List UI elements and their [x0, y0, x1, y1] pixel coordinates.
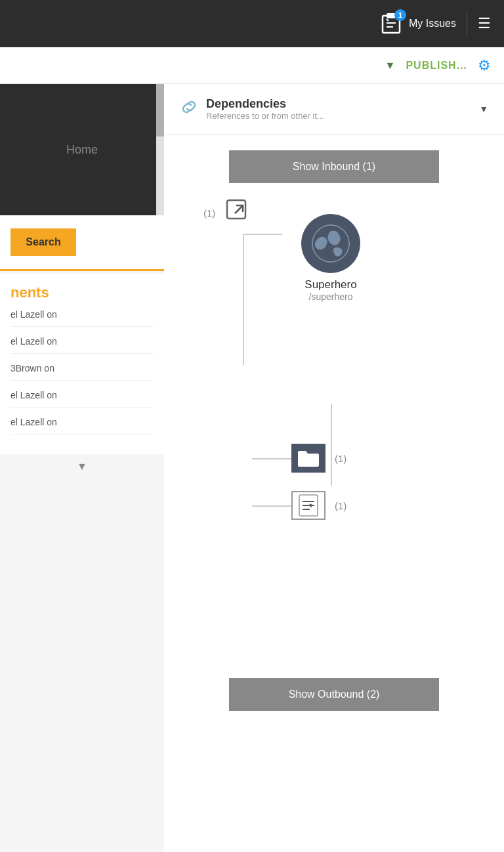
home-section: Home [0, 84, 164, 215]
list-item: el Lazell on [10, 390, 154, 408]
scrollbar-track [156, 84, 164, 215]
right-panel: Dependencies References to or from other… [164, 84, 504, 852]
show-outbound-button[interactable]: Show Outbound (2) [229, 678, 439, 711]
header-divider [467, 11, 467, 37]
folder-child-count: (1) [335, 453, 346, 464]
home-label: Home [66, 143, 98, 157]
child-doc-node: (1) [291, 491, 488, 520]
list-item: el Lazell on [10, 417, 154, 435]
my-issues-section: 1 My Issues [380, 12, 456, 35]
tree-v-line-3 [331, 440, 332, 486]
document-icon [291, 491, 326, 520]
list-item: 3Brown on [10, 363, 154, 381]
publish-label[interactable]: PUBLISH... [406, 60, 467, 72]
dependencies-subtitle: References to or from other it... [206, 111, 471, 121]
search-section: Search [0, 215, 164, 271]
tree-diagram: (1) [164, 199, 504, 658]
comments-section: nents el Lazell on el Lazell on 3Brown o… [0, 274, 164, 454]
comment-author: el Lazell on [10, 309, 57, 320]
dependencies-header: Dependencies References to or from other… [164, 84, 504, 135]
tree-v-line-1 [243, 234, 244, 365]
list-item: el Lazell on [10, 336, 154, 354]
children-section: (1) (1) [291, 444, 488, 520]
list-item: el Lazell on [10, 309, 154, 327]
scrollbar-thumb[interactable] [156, 84, 164, 137]
search-button[interactable]: Search [10, 228, 76, 256]
chain-link-icon [180, 98, 198, 116]
export-icon [226, 199, 249, 227]
comment-author: el Lazell on [10, 417, 57, 427]
publish-bar: ▼ PUBLISH... ⚙ [0, 47, 504, 84]
dependencies-title-block: Dependencies References to or from other… [206, 97, 471, 121]
doc-child-count: (1) [335, 500, 346, 511]
gear-icon[interactable]: ⚙ [478, 57, 491, 74]
issues-badge: 1 [394, 9, 406, 21]
link-icon [180, 98, 198, 120]
comment-author: el Lazell on [10, 336, 57, 347]
tree-h-line-1 [243, 234, 282, 235]
left-sidebar: Home Search nents el Lazell on el Lazell… [0, 84, 164, 852]
dependencies-collapse-icon[interactable]: ▼ [479, 104, 488, 114]
outbound-count-label: (1) [203, 207, 215, 219]
tree-h-line-doc [252, 505, 291, 507]
my-issues-label: My Issues [409, 18, 456, 30]
superhero-name-label: Superhero [304, 278, 356, 291]
header-bar: 1 My Issues ☰ [0, 0, 504, 47]
comment-author: 3Brown on [10, 363, 54, 373]
comments-title: nents [10, 284, 154, 301]
tree-h-line-folder [252, 458, 291, 459]
tree-lines-section: Superhero /superhero [180, 234, 488, 404]
folder-icon [291, 444, 326, 473]
superhero-node: Superhero /superhero [301, 214, 360, 302]
issues-icon-wrapper: 1 [380, 12, 404, 35]
svg-line-5 [235, 205, 243, 213]
comment-author: el Lazell on [10, 390, 57, 400]
scroll-down-arrow[interactable]: ▼ [0, 454, 164, 479]
child-folder-node: (1) [291, 444, 488, 473]
hamburger-icon[interactable]: ☰ [478, 15, 491, 32]
superhero-path-label: /superhero [309, 291, 353, 302]
superhero-globe-icon [301, 214, 360, 273]
dependencies-title: Dependencies [206, 97, 471, 111]
show-inbound-button[interactable]: Show Inbound (1) [229, 150, 439, 183]
publish-arrow-icon: ▼ [385, 60, 396, 72]
